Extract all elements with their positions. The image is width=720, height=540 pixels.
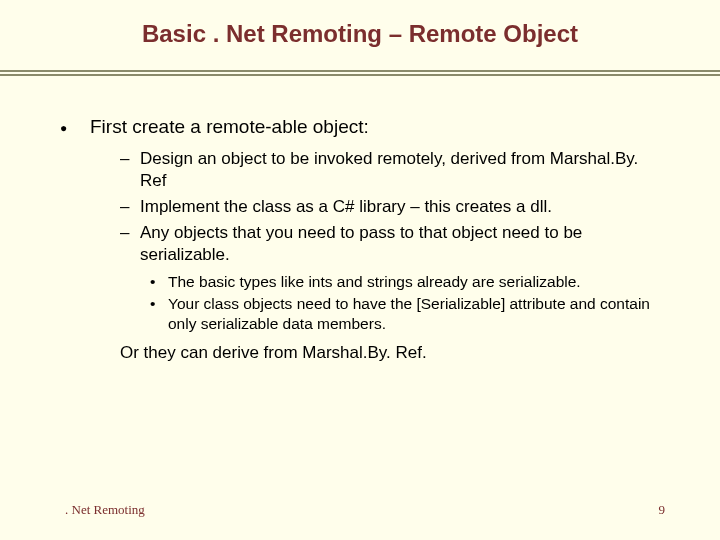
l1-text: First create a remote-able object: (90, 115, 660, 140)
dash-icon: – (120, 196, 140, 218)
title-divider (0, 70, 720, 76)
bullet-level2: – Implement the class as a C# library – … (120, 196, 660, 218)
l2-text: Design an object to be invoked remotely,… (140, 148, 660, 192)
small-dot-icon: • (150, 272, 168, 292)
sub-list-1: – Design an object to be invoked remotel… (120, 148, 660, 266)
slide-title: Basic . Net Remoting – Remote Object (0, 20, 720, 48)
bullet-level3: • Your class objects need to have the [S… (150, 294, 660, 334)
l3-text: The basic types like ints and strings al… (168, 272, 660, 292)
dash-icon: – (120, 222, 140, 266)
disc-icon: ● (60, 115, 90, 140)
l2-text: Implement the class as a C# library – th… (140, 196, 660, 218)
slide: Basic . Net Remoting – Remote Object ● F… (0, 0, 720, 540)
content-area: ● First create a remote-able object: – D… (60, 115, 660, 363)
bullet-level3: • The basic types like ints and strings … (150, 272, 660, 292)
bullet-level2: – Design an object to be invoked remotel… (120, 148, 660, 192)
sub-list-2: • The basic types like ints and strings … (150, 272, 660, 334)
l3-text: Your class objects need to have the [Ser… (168, 294, 660, 334)
page-number: 9 (659, 502, 666, 518)
or-line: Or they can derive from Marshal.By. Ref. (120, 343, 660, 363)
bullet-level2: – Any objects that you need to pass to t… (120, 222, 660, 266)
l2-text: Any objects that you need to pass to tha… (140, 222, 660, 266)
small-dot-icon: • (150, 294, 168, 334)
bullet-level1: ● First create a remote-able object: (60, 115, 660, 140)
footer-left: . Net Remoting (65, 502, 145, 518)
dash-icon: – (120, 148, 140, 192)
